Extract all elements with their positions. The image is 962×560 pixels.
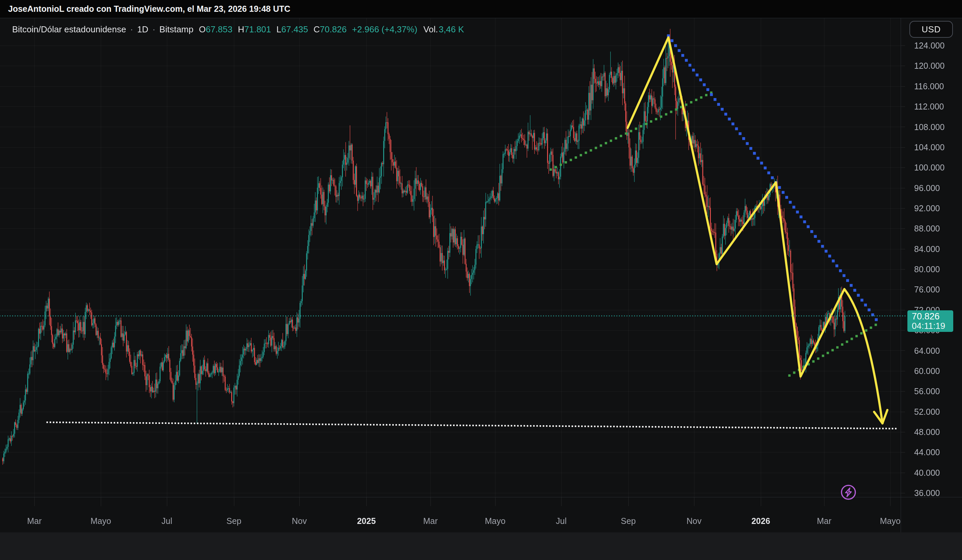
price-axis-label: 120.000 [914,61,944,71]
ohlc-item: H71.801 [238,24,271,34]
last-price-value: 70.826 [912,311,953,321]
interval-label[interactable]: 1D [137,24,148,35]
last-price-badge: 70.826 04:11:19 [907,310,953,332]
time-axis-month-label: Mayo [880,516,900,526]
time-axis-year-label: 2026 [751,516,770,526]
volume-label: Vol. [423,24,438,35]
price-axis-label: 88.000 [914,224,940,234]
price-axis-label: 100.000 [914,163,944,173]
time-axis-month-label: Mar [27,516,42,526]
bar-countdown: 04:11:19 [912,321,953,331]
attribution-text: JoseAntonioL creado con TradingView.com,… [8,0,290,18]
price-axis-label: 52.000 [914,407,940,416]
time-axis-month-label: Mar [817,516,831,526]
time-axis-month-label: Nov [292,516,307,526]
price-axis-label: 116.000 [914,81,944,91]
legend-separator: · [130,24,133,35]
price-axis-label: 124.000 [914,41,944,50]
time-axis-month-label: Mar [423,516,437,526]
ohlc-item: C70.826 [313,24,347,34]
price-axis-label: 108.000 [914,122,944,132]
currency-usd-button[interactable]: USD [909,21,953,38]
price-axis-label: 84.000 [914,244,940,254]
price-axis-label: 36.000 [914,488,940,498]
price-axis-label: 64.000 [914,346,940,355]
price-axis-label: 96.000 [914,183,940,193]
change-value: +2.966 (+4,37%) [352,24,417,35]
price-axis-label: 112.000 [914,102,944,111]
exchange-label[interactable]: Bitstamp [160,24,194,35]
time-axis-month-label: Mayo [485,516,505,526]
ohlc-item: O67.853 [199,24,232,34]
legend-separator: · [152,24,155,35]
volume-value: 3,46 K [439,24,464,35]
ohlc-values: O67.853H71.801L67.435C70.826 [194,24,347,35]
price-axis-label: 80.000 [914,265,940,274]
price-axis-label: 48.000 [914,427,940,437]
footer-bar: TradingView [0,533,962,560]
price-axis-label: 76.000 [914,285,940,294]
time-axis-year-label: 2025 [357,516,376,526]
price-axis-label: 44.000 [914,447,940,457]
time-axis-month-label: Mayo [90,516,111,526]
time-axis-month-label: Jul [161,516,172,526]
time-axis-month-label: Sep [226,516,241,526]
price-axis-label: 56.000 [914,386,940,396]
price-axis-label: 104.000 [914,142,944,152]
price-axis-label: 92.000 [914,203,940,213]
time-axis-month-label: Sep [621,516,636,526]
tradingview-chart-window: JoseAntonioL creado con TradingView.com,… [0,0,962,560]
price-axis-label: 40.000 [914,468,940,478]
top-strip: JoseAntonioL creado con TradingView.com,… [0,0,962,18]
price-axis-label: 60.000 [914,366,940,376]
symbol-legend[interactable]: Bitcoin/Dólar estadounidense · 1D · Bits… [12,24,464,35]
time-axis-month-label: Jul [556,516,567,526]
symbol-name[interactable]: Bitcoin/Dólar estadounidense [12,24,126,35]
ohlc-item: L67.435 [276,24,308,34]
time-axis-month-label: Nov [687,516,701,526]
candlestick-chart-canvas[interactable] [0,0,962,560]
